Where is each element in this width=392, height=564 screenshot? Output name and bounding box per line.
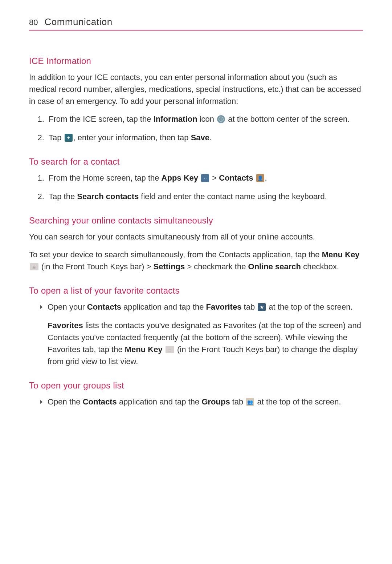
groups-icon: 👥 <box>246 398 254 406</box>
menu-key-icon: ≡ <box>30 263 38 270</box>
bullet-arrow-icon <box>40 400 42 404</box>
page-content: ICE Information In addition to your ICE … <box>29 56 363 408</box>
info-icon: ⓘ <box>217 115 225 123</box>
online-para-1: You can search for your contacts simulta… <box>29 231 363 243</box>
menu-key-icon: ≡ <box>166 346 174 353</box>
heading-online-search: Searching your online contacts simultane… <box>29 215 363 226</box>
online-para-2: To set your device to search simultaneou… <box>29 249 363 273</box>
groups-bullet: Open the Contacts application and tap th… <box>40 396 363 408</box>
favorites-bullet-text: Open your Contacts application and tap t… <box>48 301 363 313</box>
search-step-1: From the Home screen, tap the Apps Key ∷… <box>46 172 363 184</box>
heading-favorites: To open a list of your favorite contacts <box>29 286 363 296</box>
page-header: 80 Communication <box>29 16 363 31</box>
page-number: 80 <box>29 18 38 27</box>
ice-step-2: Tap +, enter your information, then tap … <box>46 132 363 144</box>
star-icon: ★ <box>258 303 266 311</box>
heading-groups: To open your groups list <box>29 380 363 391</box>
favorites-detail-text: Favorites lists the contacts you've desi… <box>48 319 363 367</box>
heading-search-contact: To search for a contact <box>29 157 363 167</box>
document-page: 80 Communication ICE Information In addi… <box>0 0 392 564</box>
ice-steps-list: From the ICE screen, tap the Information… <box>36 113 363 144</box>
page-title: Communication <box>44 16 112 28</box>
groups-bullet-text: Open the Contacts application and tap th… <box>48 396 363 408</box>
bullet-arrow-icon <box>40 305 42 309</box>
search-step-2: Tap the Search contacts field and enter … <box>46 190 363 202</box>
ice-intro-paragraph: In addition to your ICE contacts, you ca… <box>29 71 363 107</box>
favorites-paragraph: Favorites lists the contacts you've desi… <box>40 319 363 367</box>
ice-step-1: From the ICE screen, tap the Information… <box>46 113 363 125</box>
heading-ice-information: ICE Information <box>29 56 363 66</box>
contacts-icon: 👤 <box>256 174 264 182</box>
apps-key-icon: ∷ <box>201 174 209 182</box>
search-steps-list: From the Home screen, tap the Apps Key ∷… <box>36 172 363 202</box>
favorites-bullet: Open your Contacts application and tap t… <box>40 301 363 313</box>
add-icon: + <box>65 134 73 142</box>
